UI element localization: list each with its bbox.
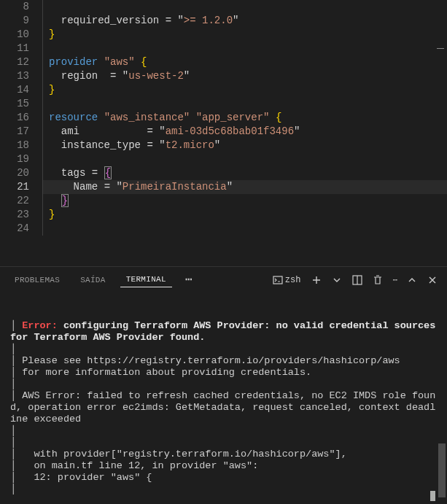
panel-overflow-icon[interactable]: ⋯: [392, 275, 397, 284]
code-line[interactable]: [42, 222, 447, 236]
terminal-line: │ Error: configuring Terraform AWS Provi…: [10, 320, 437, 344]
code-line[interactable]: }: [42, 194, 447, 208]
code-line[interactable]: provider "aws" {: [42, 55, 447, 69]
terminal-cursor: [430, 491, 435, 501]
panel-tab-terminal[interactable]: TERMINAL: [120, 272, 172, 287]
panel-tab-saída[interactable]: SAÍDA: [74, 273, 112, 287]
minimap-indicator: [437, 48, 444, 49]
line-number: 13: [0, 69, 29, 83]
terminal-scrollbar[interactable]: [438, 443, 446, 497]
line-number: 19: [0, 152, 29, 166]
terminal-line: │: [10, 344, 437, 355]
terminal-line: │ with provider["registry.terraform.io/h…: [10, 449, 437, 460]
line-number: 11: [0, 42, 29, 55]
line-number: 9: [0, 14, 29, 28]
line-number: 22: [0, 194, 29, 208]
panel-actions: zsh ⋯: [272, 274, 438, 286]
terminal-line: │ on main.tf line 12, in provider "aws":: [10, 460, 437, 472]
line-number: 8: [0, 0, 29, 14]
terminal-line: │: [10, 425, 437, 437]
terminal-line: │ AWS Error: failed to refresh cached cr…: [10, 390, 437, 425]
line-number: 20: [0, 166, 29, 180]
panel-tabs: PROBLEMASSAÍDATERMINAL ⋯ zsh ⋯: [0, 267, 447, 292]
code-line[interactable]: [42, 42, 447, 55]
code-line[interactable]: }: [42, 83, 447, 97]
code-line[interactable]: instance_type = "t2.micro": [42, 139, 447, 152]
panel-more-icon[interactable]: ⋯: [181, 276, 198, 284]
terminal-line: │: [10, 379, 437, 390]
code-editor[interactable]: 89101112131415161718192021222324 require…: [0, 0, 447, 266]
shell-name-label: zsh: [284, 275, 303, 285]
svg-rect-0: [273, 276, 282, 284]
line-number: 24: [0, 222, 29, 236]
code-line[interactable]: ami = "ami-03d5c68bab01f3496": [42, 125, 447, 139]
split-terminal-button[interactable]: [351, 274, 363, 286]
line-number: 18: [0, 139, 29, 152]
code-line[interactable]: resource "aws_instance" "app_server" {: [42, 111, 447, 125]
line-number: 23: [0, 208, 29, 222]
terminal-line: │ Please see https://registry.terraform.…: [10, 355, 437, 367]
new-terminal-dropdown-icon[interactable]: [331, 274, 343, 286]
code-area[interactable]: required_version = ">= 1.2.0"}provider "…: [42, 0, 447, 266]
code-line[interactable]: }: [42, 28, 447, 42]
code-line[interactable]: }: [42, 208, 447, 222]
maximize-panel-button[interactable]: [406, 274, 418, 286]
code-line[interactable]: region = "us-west-2": [42, 69, 447, 83]
bottom-panel: PROBLEMASSAÍDATERMINAL ⋯ zsh ⋯: [0, 266, 447, 504]
line-number: 12: [0, 55, 29, 69]
code-line[interactable]: Name = "PrimeiraInstancia": [42, 180, 447, 194]
line-number: 10: [0, 28, 29, 42]
line-number: 16: [0, 111, 29, 125]
code-line[interactable]: [42, 0, 447, 14]
code-line[interactable]: [42, 152, 447, 166]
panel-tab-problemas[interactable]: PROBLEMAS: [9, 273, 66, 287]
code-line[interactable]: [42, 97, 447, 111]
close-panel-button[interactable]: [427, 274, 438, 286]
line-number: 14: [0, 83, 29, 97]
code-line[interactable]: tags = {: [42, 166, 447, 180]
terminal-line: │: [10, 437, 437, 449]
terminal-line: │ 12: provider "aws" {: [10, 472, 437, 484]
line-number: 17: [0, 125, 29, 139]
kill-terminal-button[interactable]: [372, 274, 384, 286]
terminal-line: │ for more information about providing c…: [10, 367, 437, 379]
code-line[interactable]: required_version = ">= 1.2.0": [42, 14, 447, 28]
terminal-line: │: [10, 484, 437, 495]
line-number: 15: [0, 97, 29, 111]
line-number-gutter: 89101112131415161718192021222324: [0, 0, 42, 266]
new-terminal-button[interactable]: [311, 274, 322, 286]
terminal-profile-button[interactable]: zsh: [272, 274, 303, 286]
terminal-output[interactable]: │ Error: configuring Terraform AWS Provi…: [0, 292, 447, 504]
line-number: 21: [0, 180, 29, 194]
